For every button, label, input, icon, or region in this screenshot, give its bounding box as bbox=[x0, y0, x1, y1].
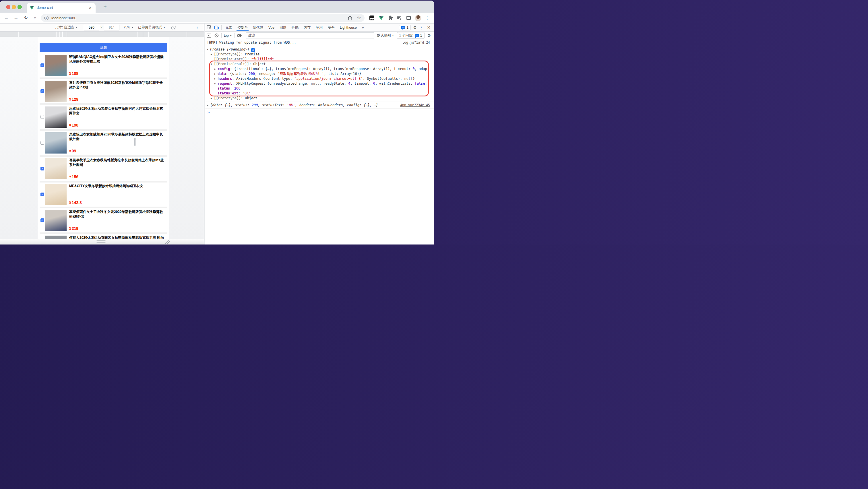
item-checkbox[interactable]: ✓ bbox=[40, 193, 44, 196]
cart-item-row: ✓班俏BANQIAO超火ins潮卫衣女士2020秋季新款韩版宽松慵懒风薄款外套带… bbox=[40, 53, 167, 79]
vue-devtools-extension-icon[interactable] bbox=[378, 15, 384, 21]
maximize-window-button[interactable] bbox=[18, 5, 22, 9]
issues-badge[interactable]: 1 个问题: 1 bbox=[397, 32, 425, 39]
device-height-input[interactable]: 914 bbox=[104, 25, 119, 30]
cart-item-row: ✓嘉叶希连帽卫衣女春秋薄款2020新款宽松bf韩版字母印花中长款外套ins潮¥1… bbox=[40, 79, 167, 105]
expand-arrow-icon[interactable]: ▶ bbox=[214, 71, 218, 76]
forward-icon[interactable]: → bbox=[12, 14, 20, 21]
chrome-menu-icon[interactable]: ⋮ bbox=[425, 17, 429, 20]
viewport-resize-handle[interactable] bbox=[134, 138, 136, 146]
log-level-select[interactable]: 默认级别▼ bbox=[377, 33, 394, 38]
console-prompt-chevron[interactable]: > bbox=[208, 110, 210, 115]
cart-item-row: 思蜜怡卫衣女加绒加厚2020秋冬装新款韩版宽松上衣连帽中长款外套¥99 bbox=[40, 131, 167, 157]
devtools-tab-安全[interactable]: 安全 bbox=[325, 24, 337, 31]
item-checkbox[interactable] bbox=[40, 115, 44, 119]
expand-arrow-icon[interactable]: ▶ bbox=[207, 103, 210, 108]
corner-resize-handle[interactable] bbox=[165, 240, 170, 244]
devtools-menu-icon[interactable]: ⋮ bbox=[419, 26, 423, 29]
item-checkbox[interactable]: ✓ bbox=[40, 63, 44, 67]
item-price: ¥99 bbox=[69, 149, 76, 153]
console-line: ▼Promise {<pending>}i bbox=[205, 47, 432, 52]
browser-tab[interactable]: demo-cart × bbox=[27, 3, 96, 12]
console-line: status: 200 bbox=[205, 86, 432, 91]
item-price: ¥129 bbox=[69, 97, 79, 102]
browser-toolbar: ← → ↻ ⌂ i localhost :8080 ☆ bbox=[0, 12, 434, 24]
device-toolbar-toggle-icon[interactable] bbox=[213, 24, 220, 31]
expand-arrow-icon[interactable]: ▼ bbox=[211, 62, 214, 67]
currency-symbol: ¥ bbox=[69, 227, 71, 231]
item-title: 幂凝假两件女士卫衣秋冬女装2020年新款韩版宽松春秋季薄款ins潮外套 bbox=[69, 209, 166, 219]
vue-favicon-icon bbox=[30, 6, 34, 10]
close-window-button[interactable] bbox=[6, 5, 10, 9]
bookmark-star-icon[interactable]: ☆ bbox=[357, 15, 361, 21]
profile-avatar[interactable] bbox=[415, 15, 422, 21]
device-size-select[interactable]: 尺寸: 自适应▼ bbox=[55, 24, 78, 31]
device-options-menu-icon[interactable]: ⋮ bbox=[195, 24, 199, 31]
item-checkbox[interactable]: ✓ bbox=[40, 218, 44, 222]
media-controls-icon[interactable] bbox=[397, 15, 402, 21]
throttle-select[interactable]: 已停用节流模式▼ bbox=[138, 24, 165, 31]
side-panel-icon[interactable] bbox=[406, 15, 411, 21]
item-title: 幂凝早秋季卫衣女春秋装韩版宽松中长款假两件上衣薄款ins盐系外套潮 bbox=[69, 158, 166, 167]
item-checkbox[interactable] bbox=[40, 141, 44, 144]
expand-arrow-icon[interactable]: ▶ bbox=[214, 67, 218, 71]
devtools-tab-网络[interactable]: 网络 bbox=[277, 24, 289, 31]
extensions-puzzle-icon[interactable] bbox=[388, 15, 393, 21]
devtools-tab-控制台[interactable]: 控制台 bbox=[235, 24, 250, 31]
devtools-settings-icon[interactable]: ⚙ bbox=[413, 25, 417, 30]
expand-arrow-icon[interactable]: ▶ bbox=[214, 81, 218, 86]
item-title: 嘉叶希连帽卫衣女春秋薄款2020新款宽松bf韩版字母印花中长款外套ins潮 bbox=[69, 80, 166, 90]
product-photo bbox=[45, 106, 67, 128]
minimize-window-button[interactable] bbox=[12, 5, 16, 9]
devtools-tab-性能[interactable]: 性能 bbox=[289, 24, 301, 31]
source-link[interactable]: App.vue?234e:45 bbox=[400, 103, 430, 108]
devtools-tab-内存[interactable]: 内存 bbox=[301, 24, 313, 31]
cart-item-row: ✓ME&CITY女装冬季新款针织抽绳休闲连帽卫衣女¥142.8 bbox=[40, 183, 167, 208]
home-icon[interactable]: ⌂ bbox=[32, 14, 38, 21]
devtools-tab-»[interactable]: » bbox=[360, 24, 367, 31]
item-checkbox[interactable]: ✓ bbox=[40, 167, 44, 170]
devtools-tab-Vue[interactable]: Vue bbox=[266, 24, 277, 31]
expand-arrow-icon[interactable]: ▼ bbox=[207, 47, 210, 52]
share-icon[interactable] bbox=[348, 16, 352, 20]
currency-symbol: ¥ bbox=[69, 123, 71, 127]
reload-icon[interactable]: ↻ bbox=[22, 14, 29, 21]
site-info-icon[interactable]: i bbox=[44, 16, 49, 20]
product-photo bbox=[45, 210, 67, 231]
device-width-input[interactable]: 580 bbox=[84, 25, 99, 30]
item-price: ¥219 bbox=[69, 226, 79, 231]
devtools-tab-元素[interactable]: 元素 bbox=[223, 24, 235, 31]
console-entry: [HMR] Waiting for update signal from WDS… bbox=[205, 39, 434, 46]
console-filter-input[interactable]: 过滤 bbox=[246, 32, 374, 38]
expand-arrow-icon[interactable]: ▶ bbox=[211, 96, 214, 101]
tab-close-icon[interactable]: × bbox=[88, 5, 93, 10]
console-sidebar-toggle-icon[interactable] bbox=[205, 32, 213, 39]
back-icon[interactable]: ← bbox=[3, 14, 10, 21]
console-line: ▶[[Prototype]]: Object bbox=[205, 96, 432, 101]
javascript-context-select[interactable]: top▼ bbox=[223, 34, 233, 38]
devtools-close-icon[interactable]: ✕ bbox=[426, 25, 432, 30]
zoom-select[interactable]: 75%▼ bbox=[123, 24, 133, 31]
live-expression-eye-icon[interactable] bbox=[236, 32, 243, 39]
devtools-tab-应用[interactable]: 应用 bbox=[313, 24, 325, 31]
console-line: ▶request: XMLHttpRequest {onreadystatech… bbox=[205, 81, 432, 86]
clear-console-icon[interactable] bbox=[213, 32, 220, 39]
devtools-tab-Lighthouse[interactable]: Lighthouse bbox=[337, 24, 360, 31]
expand-arrow-icon[interactable]: ▶ bbox=[211, 52, 214, 57]
console-errors-badge[interactable]: 1 bbox=[399, 25, 411, 30]
devtools-tab-源代码[interactable]: 源代码 bbox=[250, 24, 266, 31]
console-settings-icon[interactable]: ⚙ bbox=[427, 33, 431, 38]
item-title: ME&CITY女装冬季新款针织抽绳休闲连帽卫衣女 bbox=[69, 184, 166, 188]
source-link[interactable]: log.js?1afd:24 bbox=[402, 40, 430, 45]
console-line: ▶headers: AxiosHeaders {content-type: 'a… bbox=[205, 76, 432, 81]
rotate-device-icon[interactable] bbox=[172, 25, 176, 30]
product-photo bbox=[45, 158, 67, 180]
new-tab-button[interactable]: + bbox=[101, 3, 109, 11]
item-checkbox[interactable]: ✓ bbox=[40, 89, 44, 93]
height-resize-handle[interactable] bbox=[96, 240, 105, 244]
console-line: ▶config: {transitional: {…}, transformRe… bbox=[205, 67, 432, 71]
tampermonkey-extension-icon[interactable] bbox=[369, 15, 375, 21]
expand-arrow-icon[interactable]: ▶ bbox=[214, 76, 218, 81]
inspect-element-icon[interactable] bbox=[205, 24, 213, 31]
address-bar[interactable]: i localhost :8080 ☆ bbox=[41, 14, 365, 22]
